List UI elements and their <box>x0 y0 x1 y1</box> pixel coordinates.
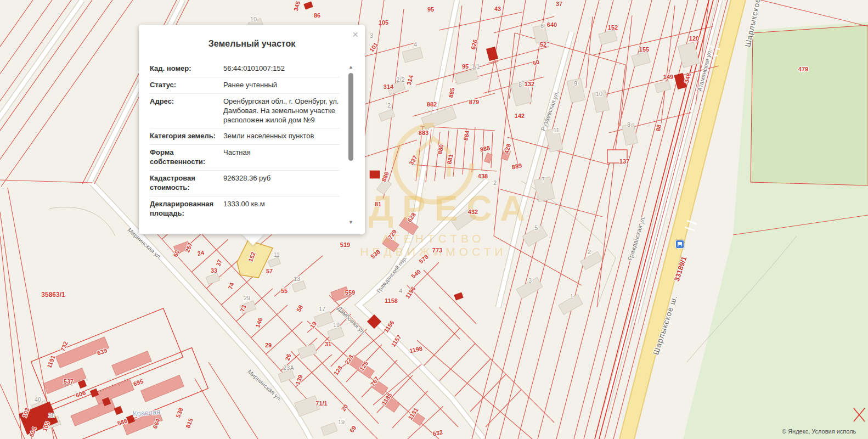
field-label: Статус: <box>150 81 223 90</box>
field-label: Кад. номер: <box>150 64 223 74</box>
field-label: Категория земель: <box>150 132 223 141</box>
building-outline-137 <box>607 150 627 163</box>
map-viewport[interactable]: АДРЕСА АГЕНТСТВО НЕДВИЖИМОСТИ 3458695431… <box>0 0 868 439</box>
popup-fields: Кад. номер: 56:44:0101007:152 Статус: Ра… <box>150 61 340 228</box>
attribution-link[interactable]: © Яндекс, Условия исполь <box>782 428 856 435</box>
popup-scrollbar[interactable]: ▲ ▼ <box>348 64 354 250</box>
scroll-down-arrow-icon[interactable]: ▼ <box>348 219 354 226</box>
field-value: 1333.00 кв.м <box>223 200 340 218</box>
field-value: Земли населенных пунктов <box>223 132 340 141</box>
field-row-cost: Кадастровая стоимость: 926328.36 руб <box>150 171 340 196</box>
field-label: Форма собственности: <box>150 148 223 167</box>
popup-title: Земельный участок <box>139 39 365 49</box>
map-canvas[interactable] <box>0 0 868 439</box>
field-value: Частная <box>223 148 340 167</box>
field-label: Адрес: <box>150 97 223 125</box>
field-row-status: Статус: Ранее учтенный <box>150 77 340 94</box>
field-value: Оренбургская обл., г. Оренбург, ул. Дамб… <box>223 97 340 125</box>
scroll-up-arrow-icon[interactable]: ▲ <box>348 64 354 70</box>
scrollbar-thumb[interactable] <box>348 73 353 161</box>
field-value: Ранее учтенный <box>223 81 340 90</box>
field-row-ownership: Форма собственности: Частная <box>150 145 340 171</box>
field-row-address: Адрес: Оренбургская обл., г. Оренбург, у… <box>150 94 340 129</box>
field-value: 56:44:0101007:152 <box>223 64 340 74</box>
parcel-info-popup: × Земельный участок Кад. номер: 56:44:01… <box>139 25 365 234</box>
field-row-category: Категория земель: Земли населенных пункт… <box>150 128 340 145</box>
field-row-kad-nomer: Кад. номер: 56:44:0101007:152 <box>150 61 340 77</box>
field-label: Кадастровая стоимость: <box>150 174 223 193</box>
field-value: 926328.36 руб <box>223 174 340 193</box>
field-row-area: Декларированная площадь: 1333.00 кв.м <box>150 196 340 222</box>
close-icon[interactable]: × <box>352 29 358 40</box>
bus-stop-icon[interactable] <box>675 240 684 249</box>
popup-tail <box>241 234 264 245</box>
field-label: Декларированная площадь: <box>150 200 223 218</box>
